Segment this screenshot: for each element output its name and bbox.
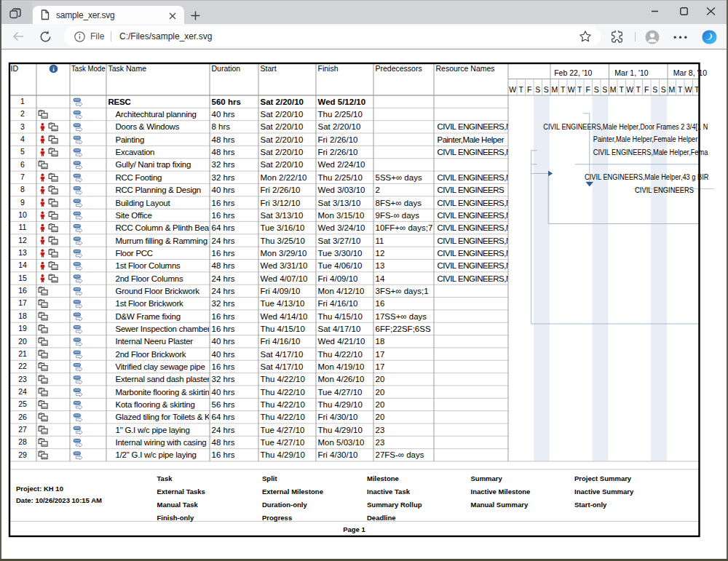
svg-text:20: 20 — [376, 375, 385, 383]
svg-text:Sat 4/17/10: Sat 4/17/10 — [318, 325, 361, 333]
svg-text:Wed 3/31/10: Wed 3/31/10 — [261, 261, 308, 270]
svg-text:Mon 5/03/10: Mon 5/03/10 — [318, 438, 365, 447]
svg-text:Milestone: Milestone — [367, 474, 399, 482]
svg-text:13: 13 — [376, 261, 385, 270]
svg-text:CIVIL ENGINEERS,Male Helper: CIVIL ENGINEERS,Male Helper — [438, 122, 548, 131]
svg-text:17: 17 — [376, 350, 385, 359]
svg-text:48 hrs: 48 hrs — [212, 261, 235, 270]
svg-text:T: T — [620, 85, 625, 94]
svg-text:40 hrs: 40 hrs — [212, 350, 235, 359]
svg-text:Internal wiring with casing: Internal wiring with casing — [116, 438, 207, 447]
svg-text:8: 8 — [20, 185, 25, 194]
svg-text:48 hrs: 48 hrs — [212, 438, 235, 447]
svg-text:Sat 2/20/10: Sat 2/20/10 — [261, 110, 304, 119]
svg-text:Inactive Milestone: Inactive Milestone — [471, 488, 531, 496]
svg-text:Fri 2/26/10: Fri 2/26/10 — [261, 186, 301, 194]
svg-text:ID: ID — [11, 64, 19, 73]
svg-text:32 hrs: 32 hrs — [212, 299, 235, 308]
svg-text:13: 13 — [18, 248, 27, 257]
svg-text:21: 21 — [18, 349, 27, 358]
svg-text:Mon 4/19/10: Mon 4/19/10 — [318, 362, 365, 371]
svg-text:Wed 3/03/10: Wed 3/03/10 — [318, 186, 365, 194]
svg-text:Fri 4/16/10: Fri 4/16/10 — [318, 299, 358, 308]
svg-text:Fri 2/26/10: Fri 2/26/10 — [318, 148, 358, 156]
svg-text:Tue 4/27/10: Tue 4/27/10 — [318, 388, 363, 397]
svg-text:Predecessors: Predecessors — [376, 64, 422, 73]
svg-text:S: S — [594, 85, 599, 94]
svg-text:Thu 4/22/10: Thu 4/22/10 — [318, 350, 363, 359]
svg-text:14: 14 — [18, 260, 27, 269]
svg-text:2: 2 — [20, 109, 25, 118]
svg-text:25: 25 — [18, 399, 27, 408]
svg-text:S: S — [602, 85, 607, 94]
svg-text:Building Layout: Building Layout — [116, 199, 171, 207]
svg-text:Sat 4/17/10: Sat 4/17/10 — [261, 350, 304, 359]
svg-text:Sat 3/27/10: Sat 3/27/10 — [318, 236, 361, 245]
svg-text:Fri 4/09/10: Fri 4/09/10 — [261, 287, 301, 295]
svg-text:S: S — [661, 85, 666, 94]
svg-text:Site Office: Site Office — [116, 211, 152, 220]
svg-text:W: W — [685, 85, 692, 94]
svg-text:Floor PCC: Floor PCC — [116, 249, 153, 258]
svg-text:Wed 3/24/10: Wed 3/24/10 — [318, 223, 365, 232]
svg-text:3FS+∞ days;1: 3FS+∞ days;1 — [376, 287, 429, 295]
svg-text:24 hrs: 24 hrs — [212, 236, 235, 245]
svg-text:Wed 5/12/10: Wed 5/12/10 — [318, 98, 366, 106]
svg-text:17: 17 — [18, 298, 27, 307]
svg-text:Thu 3/25/10: Thu 3/25/10 — [261, 236, 305, 245]
svg-text:28: 28 — [18, 437, 27, 446]
svg-text:2: 2 — [376, 186, 380, 194]
svg-text:RCC Column & Plinth Beam: RCC Column & Plinth Beam — [116, 223, 216, 232]
svg-text:Gully/ Nani trap fixing: Gully/ Nani trap fixing — [116, 160, 191, 169]
svg-text:9FS-∞ days: 9FS-∞ days — [376, 211, 420, 220]
svg-text:Start: Start — [261, 64, 277, 73]
svg-text:T: T — [678, 85, 683, 94]
svg-text:23: 23 — [18, 375, 27, 383]
svg-text:Sat 3/13/10: Sat 3/13/10 — [261, 211, 304, 220]
svg-text:11: 11 — [376, 236, 384, 245]
svg-text:10FF+∞ days;7: 10FF+∞ days;7 — [376, 223, 433, 232]
svg-text:Murrum filling & Ramming: Murrum filling & Ramming — [116, 236, 207, 245]
svg-text:Wed 4/07/10: Wed 4/07/10 — [261, 274, 308, 283]
svg-text:Wed 4/21/10: Wed 4/21/10 — [318, 337, 365, 346]
svg-text:16 hrs: 16 hrs — [212, 199, 235, 207]
svg-text:32 hrs: 32 hrs — [212, 160, 235, 169]
svg-text:Thu 4/22/10: Thu 4/22/10 — [261, 388, 305, 397]
svg-text:Duration-only: Duration-only — [262, 501, 307, 509]
svg-text:RCC Planning & Design: RCC Planning & Design — [116, 186, 201, 194]
svg-text:56 hrs: 56 hrs — [212, 400, 235, 409]
svg-text:M: M — [668, 85, 675, 94]
svg-text:W: W — [509, 85, 516, 94]
svg-text:Task Name: Task Name — [108, 64, 147, 73]
svg-text:Sat 3/13/10: Sat 3/13/10 — [318, 199, 361, 207]
svg-text:Duration: Duration — [212, 64, 241, 73]
svg-text:Thu 4/15/10: Thu 4/15/10 — [261, 325, 305, 333]
svg-text:Thu 4/22/10: Thu 4/22/10 — [261, 375, 305, 383]
svg-text:24 hrs: 24 hrs — [212, 274, 235, 283]
svg-text:20: 20 — [18, 337, 27, 346]
svg-text:20: 20 — [376, 400, 385, 409]
svg-text:S: S — [544, 85, 549, 94]
svg-text:20: 20 — [376, 388, 385, 397]
svg-text:Fri 4/16/10: Fri 4/16/10 — [261, 337, 301, 346]
svg-text:Tue 3/16/10: Tue 3/16/10 — [261, 223, 305, 232]
svg-text:Progress: Progress — [262, 514, 292, 522]
svg-text:F: F — [586, 85, 590, 94]
svg-text:16 hrs: 16 hrs — [212, 211, 235, 220]
svg-text:23: 23 — [376, 426, 385, 434]
svg-text:Vitrified clay sewage pipe: Vitrified clay sewage pipe — [116, 362, 205, 371]
svg-text:Sat 2/20/10: Sat 2/20/10 — [261, 98, 304, 106]
svg-text:40 hrs: 40 hrs — [212, 110, 235, 119]
svg-text:27FS-∞ days: 27FS-∞ days — [376, 450, 424, 459]
svg-text:Inactive Task: Inactive Task — [367, 488, 411, 496]
svg-text:W: W — [568, 85, 575, 94]
svg-text:T: T — [636, 85, 641, 94]
svg-text:CIVIL ENGINEERS: CIVIL ENGINEERS — [635, 186, 694, 194]
svg-text:Kota flooring & skirting: Kota flooring & skirting — [116, 400, 195, 409]
svg-text:Internal Neeru Plaster: Internal Neeru Plaster — [116, 337, 194, 346]
svg-text:Painter,Male Helper,Female Hel: Painter,Male Helper,Female Helper — [593, 135, 698, 143]
svg-text:Thu 2/25/10: Thu 2/25/10 — [318, 173, 363, 182]
svg-text:F: F — [527, 85, 531, 94]
svg-text:6: 6 — [20, 160, 25, 169]
svg-text:1st Floor Columns: 1st Floor Columns — [116, 261, 181, 270]
